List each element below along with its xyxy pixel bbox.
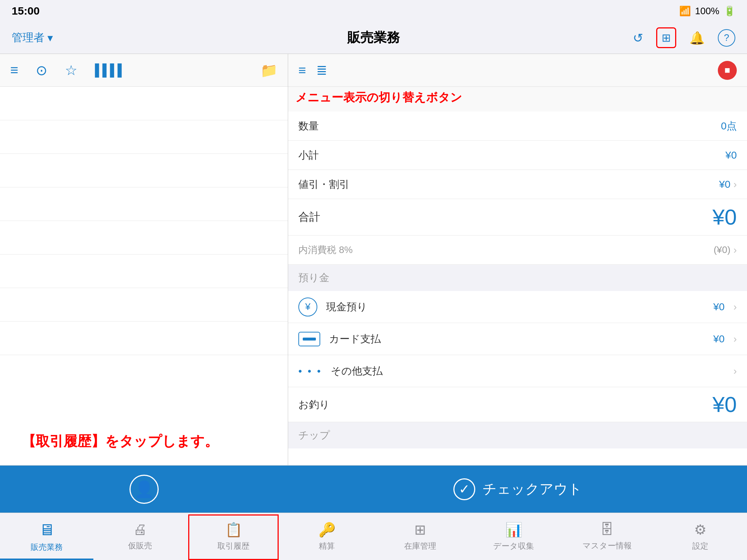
total-row: 合計 ¥0 [288, 199, 747, 236]
status-icons: 📶 100% 🔋 [679, 5, 736, 17]
barcode-icon[interactable]: ▌▌▌▌ [95, 63, 125, 77]
list-detail-icon[interactable]: ≣ [316, 63, 327, 78]
camera-icon[interactable]: ⊙ [36, 62, 47, 78]
discount-value: ¥0 [719, 179, 731, 190]
stop-button[interactable]: ■ [718, 61, 737, 80]
discount-row[interactable]: 値引・割引 ¥0 › [288, 170, 747, 199]
header-actions: ↺ ⊞ 🔔 ? [633, 27, 735, 48]
page-title: 販売業務 [347, 29, 400, 47]
tab-settlement[interactable]: 🔑 精算 [280, 513, 374, 560]
total-label: 合計 [298, 210, 320, 225]
tab-history-icon: 📋 [225, 522, 242, 538]
tab-settlement-label: 精算 [319, 541, 335, 552]
tax-value: (¥0) [713, 244, 730, 256]
total-value: ¥0 [712, 205, 737, 230]
cash-chevron: › [734, 301, 737, 313]
admin-label: 管理者 [12, 30, 44, 45]
help-icon[interactable]: ? [718, 29, 735, 47]
instruction-text: 【取引履歴】をタップします。 [22, 432, 218, 451]
tip-section: チップ [288, 422, 747, 448]
change-label: お釣り [298, 398, 330, 412]
tab-settings[interactable]: ⚙ 設定 [654, 513, 747, 560]
tab-inventory-label: 在庫管理 [404, 541, 436, 552]
battery-icon: 🔋 [724, 5, 735, 17]
quantity-value: 0点 [721, 119, 737, 133]
product-row [0, 187, 288, 221]
change-value: ¥0 [712, 392, 737, 417]
tab-sales-label: 販売業務 [31, 542, 63, 553]
left-panel: ≡ ⊙ ☆ ▌▌▌▌ 📁 【取引履歴】をタップします。 [0, 54, 288, 465]
tab-datacollect[interactable]: 📊 データ収集 [467, 513, 560, 560]
app-header: 管理者 ▾ 販売業務 ↺ ⊞ 🔔 ? [0, 22, 747, 54]
quantity-row: 数量 0点 [288, 112, 747, 141]
main-container: ≡ ⊙ ☆ ▌▌▌▌ 📁 【取引履歴】をタップします。 [0, 54, 747, 465]
bell-icon[interactable]: 🔔 [689, 31, 705, 45]
tax-chevron: › [734, 244, 737, 256]
subtotal-value: ¥0 [725, 149, 737, 161]
subtotal-row: 小計 ¥0 [288, 141, 747, 170]
check-symbol: ✓ [459, 482, 470, 497]
product-list [0, 87, 288, 355]
tab-settlement-icon: 🔑 [318, 522, 336, 538]
quantity-label: 数量 [298, 119, 319, 133]
status-time: 15:00 [12, 5, 40, 17]
tax-label: 内消費税 8% [298, 244, 353, 256]
deposit-section: 預り金 [288, 265, 747, 291]
folder-icon[interactable]: 📁 [260, 62, 278, 78]
annotation-text: メニュー表示の切り替えボタン [295, 90, 740, 106]
tab-master[interactable]: 🗄 マスター情報 [560, 513, 654, 560]
list-icon[interactable]: ≡ [298, 63, 306, 78]
checkout-checkmark-icon: ✓ [453, 478, 475, 500]
product-row [0, 120, 288, 154]
cash-icon: ¥ [298, 298, 317, 316]
tab-sales[interactable]: 🖥 販売業務 [0, 513, 93, 560]
tab-history-label: 取引履歴 [217, 541, 249, 552]
product-row [0, 254, 288, 288]
other-dots-icon: • • • [298, 365, 322, 377]
star-icon[interactable]: ☆ [65, 62, 77, 78]
card-chevron: › [734, 333, 737, 345]
tab-datacollect-icon: 📊 [505, 522, 522, 538]
action-bar: 👤 ✓ チェックアウト [0, 465, 747, 513]
menu-icon[interactable]: ≡ [10, 62, 18, 78]
status-bar: 15:00 📶 100% 🔋 [0, 0, 747, 22]
tab-master-label: マスター情報 [582, 540, 632, 551]
wifi-icon: 📶 [679, 5, 691, 17]
left-toolbar: ≡ ⊙ ☆ ▌▌▌▌ 📁 [0, 54, 288, 87]
product-row [0, 87, 288, 120]
split-view-button[interactable]: ⊞ [656, 27, 676, 48]
tab-settings-icon: ⚙ [694, 522, 707, 538]
card-row[interactable]: カード支払 ¥0 › [288, 323, 747, 355]
product-row [0, 322, 288, 355]
right-toolbar-icons: ≡ ≣ [298, 63, 327, 78]
tab-inventory[interactable]: ⊞ 在庫管理 [374, 513, 467, 560]
refresh-icon[interactable]: ↺ [633, 31, 643, 45]
battery-label: 100% [695, 5, 720, 17]
cash-label: 現金預り [326, 300, 705, 314]
person-icon: 👤 [129, 475, 159, 504]
product-row [0, 154, 288, 187]
subtotal-label: 小計 [298, 148, 319, 162]
tab-provisional-icon: 🖨 [133, 522, 147, 537]
tab-bar: 🖥 販売業務 🖨 仮販売 📋 取引履歴 🔑 精算 ⊞ 在庫管理 📊 データ収集 … [0, 513, 747, 560]
card-icon [298, 332, 320, 346]
card-label: カード支払 [329, 332, 705, 346]
tab-master-icon: 🗄 [600, 522, 614, 537]
card-value: ¥0 [713, 333, 725, 345]
cash-row[interactable]: ¥ 現金預り ¥0 › [288, 291, 747, 323]
tab-provisional[interactable]: 🖨 仮販売 [93, 513, 187, 560]
stop-icon: ■ [724, 65, 730, 76]
tab-history[interactable]: 📋 取引履歴 [187, 513, 280, 560]
change-row: お釣り ¥0 [288, 387, 747, 422]
yen-symbol: ¥ [305, 301, 310, 312]
discount-chevron: › [734, 179, 737, 190]
other-label: その他支払 [331, 364, 725, 378]
tax-row[interactable]: 内消費税 8% (¥0) › [288, 236, 747, 265]
admin-menu[interactable]: 管理者 ▾ [12, 30, 53, 45]
checkout-label: チェックアウト [483, 480, 582, 498]
cash-value: ¥0 [713, 301, 725, 313]
discount-label: 値引・割引 [298, 178, 349, 191]
other-payment-row[interactable]: • • • その他支払 › [288, 355, 747, 387]
customer-button[interactable]: 👤 [0, 466, 288, 513]
checkout-button[interactable]: ✓ チェックアウト [288, 466, 747, 513]
